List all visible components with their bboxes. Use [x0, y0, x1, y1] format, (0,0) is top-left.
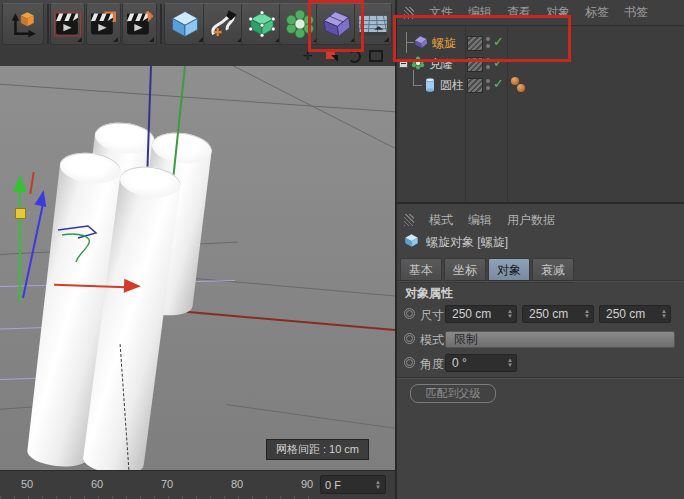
- object-row-helix[interactable]: 螺旋 ✓: [397, 32, 684, 53]
- menu-mode[interactable]: 模式: [429, 212, 453, 229]
- size-x-spinner[interactable]: [507, 309, 513, 319]
- mode-dropdown[interactable]: 限制: [445, 331, 675, 348]
- array-object-icon[interactable]: [279, 3, 321, 45]
- subdivision-surface-icon[interactable]: [241, 3, 283, 45]
- panel-drag-handle-icon[interactable]: [404, 7, 414, 19]
- object-row-cloner[interactable]: 克隆 ✓: [397, 53, 684, 74]
- object-row-cylinder[interactable]: 圆柱 ✓: [397, 74, 684, 95]
- attribute-title-text: 螺旋对象 [螺旋]: [426, 234, 508, 251]
- layer-swatch[interactable]: [467, 36, 483, 51]
- tree-line: [406, 42, 414, 43]
- object-type-icon: [404, 233, 419, 251]
- menu-object[interactable]: 对象: [546, 4, 570, 21]
- object-manager[interactable]: 螺旋 ✓ 克隆 ✓: [397, 27, 684, 202]
- menu-bookmarks[interactable]: 书签: [624, 4, 648, 21]
- collapse-box-icon[interactable]: [399, 59, 408, 68]
- size-z-spinner[interactable]: [661, 309, 667, 319]
- visibility-toggles[interactable]: [486, 58, 490, 69]
- viewport-maximize-icon[interactable]: [369, 50, 383, 62]
- move-axis-tool-icon[interactable]: [2, 3, 44, 45]
- timeline-tick: 60: [80, 478, 114, 490]
- angle-field[interactable]: 0 °: [445, 354, 517, 372]
- x-axis-tick: [29, 172, 34, 194]
- object-name-cylinder[interactable]: 圆柱: [440, 77, 464, 94]
- render-to-picture-viewer-icon[interactable]: [86, 3, 121, 45]
- size-y-value: 250 cm: [529, 307, 568, 321]
- grid-line: [184, 66, 395, 173]
- angle-spinner[interactable]: [507, 358, 513, 368]
- object-name-cloner[interactable]: 克隆: [429, 56, 453, 73]
- grid-spacing-label: 网格间距 : 10 cm: [266, 439, 369, 460]
- angle-label: 角度: [420, 356, 444, 373]
- angle-value: 0 °: [452, 356, 467, 370]
- current-frame-field[interactable]: 0 F: [320, 475, 386, 494]
- spline-pen-icon[interactable]: [203, 3, 245, 45]
- key-radio-icon[interactable]: [404, 308, 415, 319]
- render-view-icon[interactable]: [50, 3, 85, 45]
- attribute-title: 螺旋对象 [螺旋]: [404, 233, 508, 251]
- size-x-field[interactable]: 250 cm: [445, 305, 517, 323]
- menu-userdata[interactable]: 用户数据: [507, 212, 555, 229]
- grid-line: [0, 83, 395, 115]
- timeline-ruler[interactable]: 50 60 70 80 90 0 F: [0, 470, 395, 499]
- key-radio-icon[interactable]: [404, 333, 415, 344]
- object-manager-menubar: 文件 编辑 查看 对象 标签 书签: [397, 0, 684, 26]
- cube-primitive-icon[interactable]: [164, 3, 206, 45]
- object-name-helix[interactable]: 螺旋: [432, 35, 456, 52]
- menu-edit-attr[interactable]: 编辑: [468, 212, 492, 229]
- cinema4d-window: ✛: [0, 0, 684, 499]
- size-x-value: 250 cm: [452, 307, 491, 321]
- x-axis-line: [160, 309, 395, 331]
- visibility-toggles[interactable]: [486, 79, 490, 90]
- menu-file[interactable]: 文件: [429, 4, 453, 21]
- timeline-tick: 70: [150, 478, 184, 490]
- layer-swatch[interactable]: [467, 78, 483, 93]
- divider: [397, 377, 684, 378]
- timeline-tick: 50: [10, 478, 44, 490]
- visibility-toggles[interactable]: [486, 37, 490, 48]
- key-radio-icon[interactable]: [404, 357, 415, 368]
- frame-spinner[interactable]: [375, 480, 381, 490]
- menu-view[interactable]: 查看: [507, 4, 531, 21]
- property-row-mode: 模式 限制: [397, 330, 684, 350]
- divider: [397, 280, 684, 281]
- cylinder-icon[interactable]: [424, 77, 436, 95]
- panel-drag-handle-icon[interactable]: [404, 214, 414, 226]
- floor-object-icon[interactable]: [354, 3, 392, 45]
- size-z-field[interactable]: 250 cm: [599, 305, 671, 323]
- attribute-manager: 模式 编辑 用户数据 螺旋对象 [螺旋] 基本 坐标 对象 衰减: [397, 202, 684, 499]
- menu-edit[interactable]: 编辑: [468, 4, 492, 21]
- frame-value: 0 F: [325, 479, 341, 491]
- property-row-size: 尺寸 250 cm 250 cm 250 cm: [397, 305, 684, 325]
- gizmo-scale-handle[interactable]: [15, 208, 26, 219]
- enabled-check-icon[interactable]: ✓: [493, 34, 504, 49]
- twist-cage-spline: [56, 218, 106, 264]
- size-label: 尺寸: [420, 307, 444, 324]
- edit-render-settings-icon[interactable]: [122, 3, 157, 45]
- viewport-dolly-icon[interactable]: [326, 50, 335, 59]
- attribute-menubar: 模式 编辑 用户数据: [397, 207, 684, 233]
- layer-swatch[interactable]: [467, 57, 483, 72]
- viewport-rotate-icon[interactable]: [348, 50, 361, 63]
- size-y-field[interactable]: 250 cm: [522, 305, 594, 323]
- menu-tags[interactable]: 标签: [585, 4, 609, 21]
- twist-deformer-icon[interactable]: [414, 35, 428, 52]
- gizmo-x-arrowhead: [124, 279, 141, 294]
- timeline-tick: 80: [220, 478, 254, 490]
- viewport-3d[interactable]: 网格间距 : 10 cm: [0, 66, 395, 470]
- enabled-check-icon[interactable]: ✓: [493, 76, 504, 91]
- deformer-object-icon[interactable]: [316, 3, 358, 45]
- main-toolbar: [0, 0, 395, 49]
- size-y-spinner[interactable]: [584, 309, 590, 319]
- viewport-pan-icon[interactable]: ✛: [303, 50, 313, 63]
- section-object-properties: 对象属性: [405, 285, 453, 302]
- right-panel: 文件 编辑 查看 对象 标签 书签 螺旋: [395, 0, 684, 499]
- grid-line: [226, 404, 395, 433]
- enabled-check-icon[interactable]: ✓: [493, 55, 504, 70]
- gizmo-y-axis[interactable]: [19, 190, 21, 302]
- size-z-value: 250 cm: [606, 307, 645, 321]
- fit-to-parent-button[interactable]: 匹配到父级: [410, 384, 496, 403]
- mode-value: 限制: [454, 331, 478, 348]
- gizmo-z-arrowhead: [34, 189, 49, 207]
- timeline-tick: 90: [290, 478, 324, 490]
